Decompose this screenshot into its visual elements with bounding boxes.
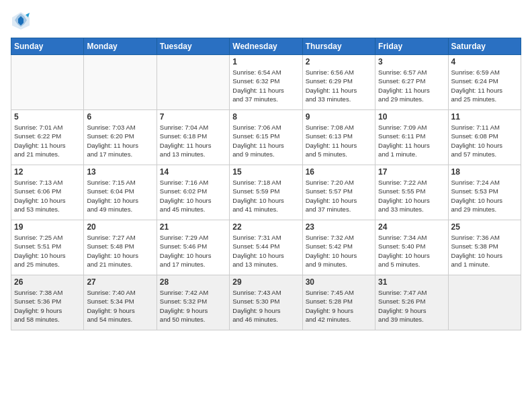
calendar-cell: 21Sunrise: 7:29 AM Sunset: 5:46 PM Dayli… bbox=[157, 220, 229, 275]
day-info: Sunrise: 7:43 AM Sunset: 5:30 PM Dayligh… bbox=[232, 288, 299, 324]
day-number: 7 bbox=[160, 112, 226, 122]
day-number: 9 bbox=[306, 112, 372, 122]
calendar-cell: 7Sunrise: 7:04 AM Sunset: 6:18 PM Daylig… bbox=[157, 110, 229, 165]
calendar-cell: 11Sunrise: 7:11 AM Sunset: 6:08 PM Dayli… bbox=[448, 110, 521, 165]
day-number: 13 bbox=[87, 167, 153, 177]
day-info: Sunrise: 7:42 AM Sunset: 5:32 PM Dayligh… bbox=[160, 288, 226, 324]
calendar-cell: 2Sunrise: 6:56 AM Sunset: 6:29 PM Daylig… bbox=[302, 55, 375, 110]
day-info: Sunrise: 7:18 AM Sunset: 5:59 PM Dayligh… bbox=[232, 178, 299, 214]
calendar-week-row: 12Sunrise: 7:13 AM Sunset: 6:06 PM Dayli… bbox=[11, 165, 521, 220]
day-number: 25 bbox=[451, 222, 518, 232]
day-number: 6 bbox=[87, 112, 153, 122]
day-number: 2 bbox=[306, 57, 372, 66]
calendar-cell: 8Sunrise: 7:06 AM Sunset: 6:15 PM Daylig… bbox=[230, 110, 302, 165]
day-info: Sunrise: 6:54 AM Sunset: 6:32 PM Dayligh… bbox=[232, 68, 299, 103]
calendar-body: 1Sunrise: 6:54 AM Sunset: 6:32 PM Daylig… bbox=[11, 55, 521, 330]
calendar-week-row: 5Sunrise: 7:01 AM Sunset: 6:22 PM Daylig… bbox=[11, 110, 521, 165]
calendar-week-row: 19Sunrise: 7:25 AM Sunset: 5:51 PM Dayli… bbox=[11, 220, 521, 275]
day-number: 23 bbox=[306, 222, 372, 232]
day-info: Sunrise: 7:04 AM Sunset: 6:18 PM Dayligh… bbox=[160, 123, 226, 158]
calendar-cell: 14Sunrise: 7:16 AM Sunset: 6:02 PM Dayli… bbox=[157, 165, 229, 220]
day-number: 10 bbox=[378, 112, 445, 122]
calendar-cell: 3Sunrise: 6:57 AM Sunset: 6:27 PM Daylig… bbox=[375, 55, 448, 110]
day-number: 1 bbox=[232, 57, 299, 66]
day-info: Sunrise: 6:57 AM Sunset: 6:27 PM Dayligh… bbox=[378, 68, 445, 103]
day-info: Sunrise: 7:15 AM Sunset: 6:04 PM Dayligh… bbox=[87, 178, 153, 214]
calendar-cell: 29Sunrise: 7:43 AM Sunset: 5:30 PM Dayli… bbox=[230, 275, 302, 330]
day-info: Sunrise: 7:01 AM Sunset: 6:22 PM Dayligh… bbox=[14, 123, 81, 158]
day-info: Sunrise: 7:13 AM Sunset: 6:06 PM Dayligh… bbox=[14, 178, 81, 214]
calendar-cell bbox=[157, 55, 229, 110]
weekday-header: Saturday bbox=[448, 38, 521, 55]
calendar-cell: 16Sunrise: 7:20 AM Sunset: 5:57 PM Dayli… bbox=[302, 165, 375, 220]
calendar-cell bbox=[11, 55, 84, 110]
calendar-cell: 9Sunrise: 7:08 AM Sunset: 6:13 PM Daylig… bbox=[302, 110, 375, 165]
day-number: 24 bbox=[378, 222, 445, 232]
day-info: Sunrise: 7:06 AM Sunset: 6:15 PM Dayligh… bbox=[232, 123, 299, 158]
day-info: Sunrise: 7:34 AM Sunset: 5:40 PM Dayligh… bbox=[378, 233, 445, 269]
day-number: 4 bbox=[451, 57, 518, 66]
weekday-header: Wednesday bbox=[230, 38, 302, 55]
day-number: 20 bbox=[87, 222, 153, 232]
day-number: 3 bbox=[378, 57, 445, 66]
calendar-cell: 4Sunrise: 6:59 AM Sunset: 6:24 PM Daylig… bbox=[448, 55, 521, 110]
calendar-cell: 19Sunrise: 7:25 AM Sunset: 5:51 PM Dayli… bbox=[11, 220, 84, 275]
header bbox=[11, 11, 521, 31]
day-info: Sunrise: 7:22 AM Sunset: 5:55 PM Dayligh… bbox=[378, 178, 445, 214]
calendar-cell: 20Sunrise: 7:27 AM Sunset: 5:48 PM Dayli… bbox=[84, 220, 157, 275]
calendar-cell: 25Sunrise: 7:36 AM Sunset: 5:38 PM Dayli… bbox=[448, 220, 521, 275]
day-number: 15 bbox=[232, 167, 299, 177]
calendar-cell: 18Sunrise: 7:24 AM Sunset: 5:53 PM Dayli… bbox=[448, 165, 521, 220]
day-number: 16 bbox=[306, 167, 372, 177]
day-info: Sunrise: 7:40 AM Sunset: 5:34 PM Dayligh… bbox=[87, 288, 153, 324]
calendar-cell: 12Sunrise: 7:13 AM Sunset: 6:06 PM Dayli… bbox=[11, 165, 84, 220]
day-info: Sunrise: 7:16 AM Sunset: 6:02 PM Dayligh… bbox=[160, 178, 226, 214]
day-number: 12 bbox=[14, 167, 81, 177]
page: SundayMondayTuesdayWednesdayThursdayFrid… bbox=[0, 0, 532, 411]
day-number: 11 bbox=[451, 112, 518, 122]
day-number: 8 bbox=[232, 112, 299, 122]
calendar-cell: 23Sunrise: 7:32 AM Sunset: 5:42 PM Dayli… bbox=[302, 220, 375, 275]
weekday-header: Friday bbox=[375, 38, 448, 55]
weekday-header: Tuesday bbox=[157, 38, 229, 55]
calendar-week-row: 26Sunrise: 7:38 AM Sunset: 5:36 PM Dayli… bbox=[11, 275, 521, 330]
calendar-cell: 24Sunrise: 7:34 AM Sunset: 5:40 PM Dayli… bbox=[375, 220, 448, 275]
day-info: Sunrise: 7:24 AM Sunset: 5:53 PM Dayligh… bbox=[451, 178, 518, 214]
day-info: Sunrise: 7:32 AM Sunset: 5:42 PM Dayligh… bbox=[306, 233, 372, 269]
day-number: 14 bbox=[160, 167, 226, 177]
calendar-cell: 10Sunrise: 7:09 AM Sunset: 6:11 PM Dayli… bbox=[375, 110, 448, 165]
day-info: Sunrise: 7:11 AM Sunset: 6:08 PM Dayligh… bbox=[451, 123, 518, 158]
day-number: 17 bbox=[378, 167, 445, 177]
day-info: Sunrise: 7:45 AM Sunset: 5:28 PM Dayligh… bbox=[306, 288, 372, 324]
calendar-cell: 17Sunrise: 7:22 AM Sunset: 5:55 PM Dayli… bbox=[375, 165, 448, 220]
calendar-cell: 22Sunrise: 7:31 AM Sunset: 5:44 PM Dayli… bbox=[230, 220, 302, 275]
logo-icon bbox=[11, 11, 31, 31]
day-info: Sunrise: 6:56 AM Sunset: 6:29 PM Dayligh… bbox=[306, 68, 372, 103]
day-number: 31 bbox=[378, 277, 445, 287]
calendar-cell: 30Sunrise: 7:45 AM Sunset: 5:28 PM Dayli… bbox=[302, 275, 375, 330]
day-info: Sunrise: 7:29 AM Sunset: 5:46 PM Dayligh… bbox=[160, 233, 226, 269]
calendar-week-row: 1Sunrise: 6:54 AM Sunset: 6:32 PM Daylig… bbox=[11, 55, 521, 110]
day-number: 19 bbox=[14, 222, 81, 232]
day-number: 26 bbox=[14, 277, 81, 287]
day-info: Sunrise: 6:59 AM Sunset: 6:24 PM Dayligh… bbox=[451, 68, 518, 103]
day-info: Sunrise: 7:31 AM Sunset: 5:44 PM Dayligh… bbox=[232, 233, 299, 269]
day-number: 30 bbox=[306, 277, 372, 287]
day-info: Sunrise: 7:27 AM Sunset: 5:48 PM Dayligh… bbox=[87, 233, 153, 269]
calendar-cell: 31Sunrise: 7:47 AM Sunset: 5:26 PM Dayli… bbox=[375, 275, 448, 330]
day-number: 27 bbox=[87, 277, 153, 287]
weekday-header: Monday bbox=[84, 38, 157, 55]
calendar-cell: 26Sunrise: 7:38 AM Sunset: 5:36 PM Dayli… bbox=[11, 275, 84, 330]
day-number: 5 bbox=[14, 112, 81, 122]
calendar-cell: 5Sunrise: 7:01 AM Sunset: 6:22 PM Daylig… bbox=[11, 110, 84, 165]
calendar-cell: 28Sunrise: 7:42 AM Sunset: 5:32 PM Dayli… bbox=[157, 275, 229, 330]
calendar-cell: 15Sunrise: 7:18 AM Sunset: 5:59 PM Dayli… bbox=[230, 165, 302, 220]
day-info: Sunrise: 7:36 AM Sunset: 5:38 PM Dayligh… bbox=[451, 233, 518, 269]
calendar-cell bbox=[84, 55, 157, 110]
logo bbox=[11, 11, 34, 31]
weekday-header: Thursday bbox=[302, 38, 375, 55]
calendar-header-row: SundayMondayTuesdayWednesdayThursdayFrid… bbox=[11, 38, 521, 55]
day-number: 21 bbox=[160, 222, 226, 232]
day-info: Sunrise: 7:03 AM Sunset: 6:20 PM Dayligh… bbox=[87, 123, 153, 158]
day-info: Sunrise: 7:47 AM Sunset: 5:26 PM Dayligh… bbox=[378, 288, 445, 324]
